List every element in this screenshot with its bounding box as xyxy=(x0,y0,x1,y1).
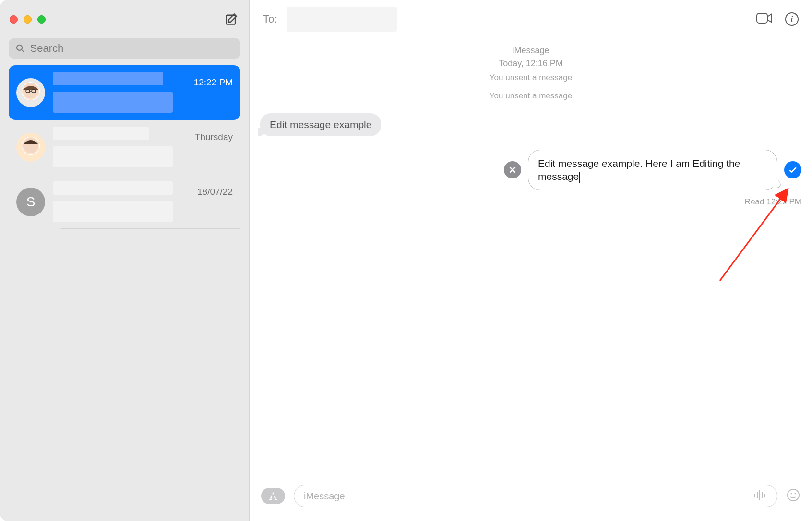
svg-point-7 xyxy=(23,138,38,153)
conversation-header: To: i xyxy=(250,0,812,38)
text-caret xyxy=(579,172,580,183)
conversation-list: 12:22 PM Thursday xyxy=(0,65,249,229)
read-receipt: Read 12:22 PM xyxy=(260,197,801,207)
unsent-notice: You unsent a message xyxy=(260,73,801,83)
conversation-item[interactable]: 12:22 PM xyxy=(9,65,240,120)
close-icon xyxy=(508,166,517,174)
search-icon xyxy=(15,43,25,54)
svg-point-21 xyxy=(795,493,796,495)
info-icon: i xyxy=(791,15,793,24)
search-container xyxy=(0,38,249,65)
video-icon xyxy=(756,11,772,26)
conversation-time: 18/07/22 xyxy=(197,187,233,197)
conversation-item[interactable]: Thursday xyxy=(9,120,240,175)
compose-new-message-button[interactable] xyxy=(223,11,239,27)
compose-icon xyxy=(225,12,238,26)
avatar xyxy=(16,78,45,107)
conversation-body: 12:22 PM xyxy=(53,72,233,113)
svg-point-3 xyxy=(23,83,38,98)
search-field[interactable] xyxy=(9,38,240,59)
edit-message-bubble[interactable]: Edit message example. Here I am Editing … xyxy=(528,150,777,190)
avatar: S xyxy=(16,188,45,216)
check-icon xyxy=(788,165,798,175)
waveform-icon xyxy=(753,488,767,502)
compose-placeholder: iMessage xyxy=(304,491,345,502)
memoji-icon xyxy=(16,133,45,162)
smiley-icon xyxy=(786,488,800,502)
svg-line-2 xyxy=(22,50,24,52)
svg-rect-13 xyxy=(275,499,277,500)
window-traffic-lights xyxy=(10,15,46,24)
compose-field[interactable]: iMessage xyxy=(294,485,777,507)
edit-message-text: Edit message example. Here I am Editing … xyxy=(538,158,740,182)
svg-rect-8 xyxy=(757,13,767,23)
svg-point-20 xyxy=(791,493,792,495)
sidebar-titlebar xyxy=(0,0,249,38)
apps-button[interactable] xyxy=(261,488,285,504)
audio-message-button[interactable] xyxy=(753,488,767,505)
conversation-body: 18/07/22 xyxy=(53,181,233,222)
composer: iMessage xyxy=(250,478,812,521)
svg-rect-0 xyxy=(227,15,236,24)
details-button[interactable]: i xyxy=(785,12,799,26)
memoji-icon xyxy=(16,78,45,107)
avatar xyxy=(16,133,45,162)
confirm-edit-button[interactable] xyxy=(784,161,801,178)
svg-point-1 xyxy=(17,45,22,50)
to-field-redacted[interactable] xyxy=(287,7,397,32)
emoji-picker-button[interactable] xyxy=(786,488,800,504)
app-store-icon xyxy=(268,491,278,501)
conversation-name-redacted xyxy=(53,127,149,140)
conversation-preview-redacted xyxy=(53,92,173,113)
main-panel: To: i iMessage Today, 12:16 PM You unsen… xyxy=(250,0,812,521)
conversation-name-redacted xyxy=(53,181,173,195)
zoom-window-button[interactable] xyxy=(37,15,46,24)
conversation-time: 12:22 PM xyxy=(194,77,233,88)
sidebar: 12:22 PM Thursday xyxy=(0,0,250,521)
conversation-item[interactable]: S 18/07/22 xyxy=(9,175,240,229)
edit-message-row: Edit message example. Here I am Editing … xyxy=(260,150,801,190)
svg-point-19 xyxy=(788,489,799,501)
thread-meta: iMessage Today, 12:16 PM xyxy=(260,44,801,70)
incoming-message-bubble[interactable]: Edit message example xyxy=(260,113,381,136)
conversation-time: Thursday xyxy=(195,132,233,142)
header-actions: i xyxy=(756,11,799,28)
unsent-notice: You unsent a message xyxy=(260,91,801,101)
conversation-preview-redacted xyxy=(53,146,173,167)
avatar-initial: S xyxy=(26,194,36,210)
facetime-button[interactable] xyxy=(756,11,772,28)
message-thread[interactable]: iMessage Today, 12:16 PM You unsent a me… xyxy=(250,38,812,478)
svg-rect-12 xyxy=(269,499,272,500)
conversation-name-redacted xyxy=(53,72,163,85)
to-label: To: xyxy=(263,13,277,25)
conversation-body: Thursday xyxy=(53,127,233,167)
close-window-button[interactable] xyxy=(10,15,18,24)
service-label: iMessage xyxy=(260,44,801,57)
search-input[interactable] xyxy=(30,42,234,55)
thread-date: Today, 12:16 PM xyxy=(499,59,563,68)
conversation-preview-redacted xyxy=(53,201,173,222)
minimize-window-button[interactable] xyxy=(24,15,32,24)
cancel-edit-button[interactable] xyxy=(504,161,521,178)
incoming-message-text: Edit message example xyxy=(270,119,371,130)
